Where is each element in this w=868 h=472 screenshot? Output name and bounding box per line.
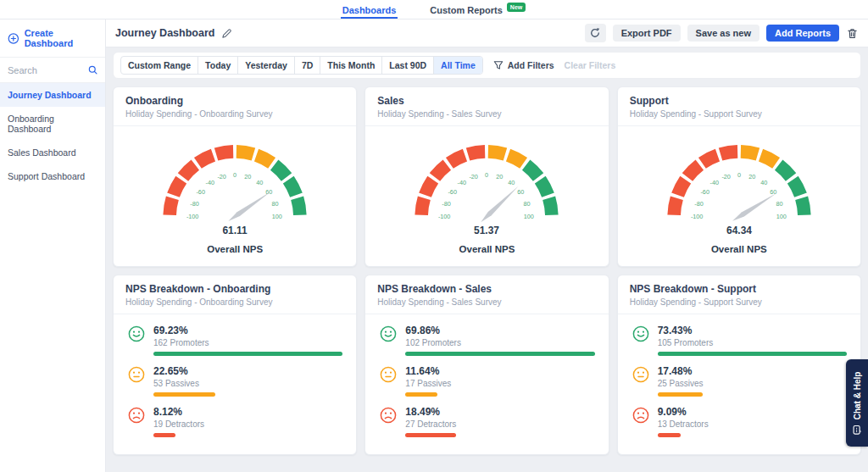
search-bar [0,58,105,83]
nps-bar-promoters [153,352,342,356]
nps-percentage: 18.49% [405,406,594,418]
filter-range-7d[interactable]: 7D [294,57,320,74]
nps-row-promoters: 69.86% 102 Promoters [379,325,594,356]
nps-gauge: -100-80-60-40-2002040608010064.34 [648,132,830,247]
breakdown-body: 69.86% 102 Promoters 11.64% 17 Passives … [365,314,608,437]
svg-text:60: 60 [518,188,525,196]
gauge-card-sales: Sales Holiday Spending - Sales Survey -1… [364,86,609,267]
filter-range-yesterday[interactable]: Yesterday [237,57,294,74]
promoters-face-icon [127,325,146,343]
svg-text:-100: -100 [186,213,199,220]
sidebar-item-sales-dashboard[interactable]: Sales Dashboard [0,141,105,164]
svg-text:80: 80 [272,200,279,208]
card-header: NPS Breakdown - Support Holiday Spending… [618,275,860,314]
nps-count: 13 Detractors [658,419,847,429]
card-subtitle: Holiday Spending - Onboarding Survey [125,297,344,307]
gauge-body: -100-80-60-40-2002040608010064.34 Overal… [618,126,860,254]
top-nav: DashboardsCustom ReportsNew [0,0,868,19]
chat-help-label: Chat & Help [853,371,862,419]
nps-count: 17 Passives [405,379,594,388]
nps-row-passives: 22.65% 53 Passives [127,365,342,397]
card-title: Onboarding [125,95,344,107]
breakdown-body: 69.23% 162 Promoters 22.65% 53 Passives … [114,314,356,437]
detractors-face-icon [127,406,146,425]
nps-row-promoters: 73.43% 105 Promoters [632,325,847,356]
export-pdf-button[interactable]: Export PDF [613,25,681,42]
card-nps-breakdown-support: NPS Breakdown - Support Holiday Spending… [617,275,861,455]
nps-bar-passives [153,392,215,397]
card-title: Sales [377,95,596,107]
nps-row-detractors: 9.09% 13 Detractors [632,406,847,437]
filter-range-all-time[interactable]: All Time [433,57,482,74]
nps-count: 162 Promoters [153,338,342,347]
nps-count: 102 Promoters [405,338,594,347]
gauge-body: -100-80-60-40-2002040608010051.37 Overal… [365,126,608,254]
sidebar-item-onboarding-dashboard[interactable]: Onboarding Dashboard [0,107,105,141]
nps-row-detractors: 18.49% 27 Detractors [379,406,594,437]
create-dashboard-label: Create Dashboard [25,28,97,48]
top-nav-tabs: DashboardsCustom ReportsNew [341,0,528,19]
svg-text:40: 40 [760,179,767,186]
plus-circle-icon [8,32,19,45]
svg-text:100: 100 [524,213,534,220]
gauge-body: -100-80-60-40-2002040608010061.11 Overal… [114,126,356,254]
nps-row-promoters: 69.23% 162 Promoters [127,325,342,356]
svg-text:100: 100 [272,213,282,220]
card-title: Support [630,95,849,107]
filter-range-today[interactable]: Today [198,57,237,74]
nps-percentage: 9.09% [658,406,847,418]
filter-range-custom-range[interactable]: Custom Range [121,57,198,74]
gauge-value: 61.11 [223,225,248,236]
card-header: NPS Breakdown - Sales Holiday Spending -… [365,275,608,314]
dashboard-header: Journey Dashboard Export PDF Save as new… [106,19,868,47]
clear-filters-button[interactable]: Clear Filters [565,60,616,70]
page-title: Journey Dashboard [115,27,214,39]
svg-text:-20: -20 [721,173,730,180]
filter-range-last-90d[interactable]: Last 90D [381,57,433,74]
chat-help-tab[interactable]: Chat & Help [846,359,868,447]
card-subtitle: Holiday Spending - Onboarding Survey [125,109,344,119]
gauge-needle [732,193,776,221]
main-area: Journey Dashboard Export PDF Save as new… [106,19,868,472]
svg-text:-80: -80 [694,200,703,208]
sidebar-item-support-dashboard[interactable]: Support Dashboard [0,164,105,188]
date-range-group: Custom RangeTodayYesterday7DThis MonthLa… [120,56,483,75]
edit-pencil-icon[interactable] [221,28,232,39]
nps-percentage: 73.43% [658,325,847,336]
svg-text:60: 60 [770,188,776,196]
sidebar-item-journey-dashboard[interactable]: Journey Dashboard [0,83,105,107]
sidebar: Create Dashboard Journey DashboardOnboar… [0,19,106,472]
tab-dashboards[interactable]: Dashboards [341,0,398,19]
svg-text:20: 20 [748,173,755,180]
search-input[interactable] [8,65,85,75]
gauge-label: Overall NPS [207,244,263,254]
filter-range-this-month[interactable]: This Month [320,57,381,74]
svg-text:0: 0 [737,171,741,179]
svg-text:-80: -80 [442,200,451,208]
tab-custom-reports[interactable]: Custom ReportsNew [428,0,527,19]
svg-text:-20: -20 [218,173,226,180]
nps-bar-promoters [658,352,847,356]
card-header: Sales Holiday Spending - Sales Survey [365,87,608,126]
refresh-button[interactable] [585,24,606,42]
card-nps-breakdown-onboarding: NPS Breakdown - Onboarding Holiday Spend… [113,275,357,455]
nps-bar-passives [658,392,703,397]
delete-dashboard-button[interactable] [846,27,859,40]
gauge-card-support: Support Holiday Spending - Support Surve… [617,86,861,267]
svg-text:80: 80 [524,200,531,208]
add-reports-button[interactable]: Add Reports [766,25,839,42]
svg-text:-100: -100 [438,213,451,220]
chat-bubble-icon [852,425,862,435]
nps-bar-passives [405,392,437,397]
tab-label: Dashboards [342,5,397,15]
funnel-icon [493,60,504,70]
nps-count: 25 Passives [658,379,847,388]
save-as-new-button[interactable]: Save as new [687,25,760,42]
svg-text:0: 0 [485,171,488,179]
card-header: NPS Breakdown - Onboarding Holiday Spend… [114,275,356,314]
search-icon[interactable] [88,64,97,75]
breakdown-body: 73.43% 105 Promoters 17.48% 25 Passives … [618,314,860,437]
add-filters-button[interactable]: Add Filters [493,60,554,70]
nps-bar-detractors [658,433,682,437]
create-dashboard-button[interactable]: Create Dashboard [0,19,105,58]
